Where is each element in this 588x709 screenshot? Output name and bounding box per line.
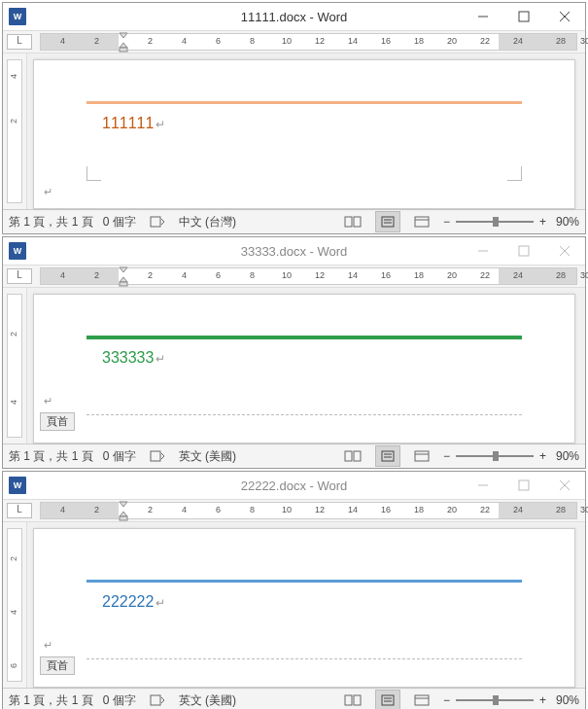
word-count-status[interactable]: 0 個字 — [103, 448, 136, 465]
vruler-tick: 2 — [9, 332, 18, 337]
zoom-out-button[interactable]: − — [443, 215, 450, 229]
ruler-tick: 8 — [250, 505, 255, 514]
horizontal-ruler[interactable]: 4 2 2 4 6 8 10 12 14 16 18 20 22 24 28 3… — [40, 33, 577, 51]
zoom-slider[interactable]: − + — [443, 449, 546, 463]
minimize-button[interactable] — [463, 472, 503, 499]
document-text[interactable]: 222222↵ — [102, 593, 165, 611]
zoom-level[interactable]: 90% — [556, 449, 579, 463]
header-label[interactable]: 頁首 — [40, 412, 75, 431]
svg-rect-16 — [519, 246, 529, 256]
header-label[interactable]: 頁首 — [40, 656, 75, 675]
zoom-track[interactable] — [456, 455, 534, 457]
zoom-thumb[interactable] — [493, 695, 499, 705]
vertical-ruler[interactable]: 2 4 — [3, 288, 27, 443]
word-count-status[interactable]: 0 個字 — [103, 214, 136, 230]
minimize-button[interactable] — [463, 237, 503, 265]
svg-rect-21 — [120, 282, 127, 286]
ruler-tick: 2 — [148, 270, 153, 280]
proofing-icon[interactable] — [146, 212, 169, 231]
ruler-tick: 30 — [580, 36, 588, 46]
zoom-in-button[interactable]: + — [539, 215, 546, 229]
tab-selector[interactable]: L — [7, 503, 32, 518]
vertical-ruler[interactable]: 4 2 — [3, 53, 27, 209]
ruler-tick: 4 — [182, 505, 187, 514]
ruler-tick: 2 — [148, 36, 153, 46]
language-status[interactable]: 英文 (美國) — [179, 448, 236, 465]
web-layout-button[interactable] — [410, 446, 433, 466]
vruler-tick: 4 — [9, 610, 18, 615]
document-text[interactable]: 111111↵ — [102, 115, 165, 132]
ruler-tick: 14 — [348, 36, 358, 46]
word-count-status[interactable]: 0 個字 — [103, 692, 136, 709]
zoom-track[interactable] — [456, 699, 534, 701]
margin-corner-right — [507, 166, 522, 181]
maximize-button[interactable] — [503, 237, 544, 265]
zoom-in-button[interactable]: + — [539, 449, 546, 463]
web-layout-button[interactable] — [410, 691, 433, 709]
zoom-in-button[interactable]: + — [539, 693, 546, 707]
svg-rect-23 — [345, 451, 352, 461]
proofing-icon[interactable] — [146, 446, 169, 466]
zoom-thumb[interactable] — [493, 451, 499, 461]
titlebar[interactable]: W 11111.docx - Word — [3, 3, 585, 31]
horizontal-ruler[interactable]: 4 2 2 4 6 8 10 12 14 16 18 20 22 24 28 3… — [40, 267, 577, 285]
indent-marker-icon[interactable] — [117, 32, 130, 53]
svg-rect-6 — [120, 48, 127, 52]
document-text[interactable]: 333333↵ — [102, 349, 165, 367]
maximize-button[interactable] — [503, 3, 544, 30]
maximize-button[interactable] — [503, 472, 544, 499]
vertical-ruler[interactable]: 2 4 6 — [3, 522, 27, 688]
document-page[interactable]: 111111↵ ↵ — [33, 59, 575, 209]
zoom-level[interactable]: 90% — [556, 693, 579, 707]
close-button[interactable] — [544, 472, 585, 499]
titlebar[interactable]: W 22222.docx - Word — [3, 472, 585, 500]
close-button[interactable] — [544, 237, 585, 265]
read-mode-button[interactable] — [340, 446, 365, 466]
zoom-slider[interactable]: − + — [443, 215, 546, 229]
zoom-level[interactable]: 90% — [556, 215, 579, 229]
web-layout-button[interactable] — [410, 212, 433, 231]
svg-rect-39 — [354, 695, 361, 705]
minimize-button[interactable] — [463, 3, 503, 30]
language-status[interactable]: 英文 (美國) — [179, 692, 236, 709]
titlebar[interactable]: W 33333.docx - Word — [3, 237, 585, 266]
horizontal-ruler-row: L 4 2 2 4 6 8 10 12 14 16 18 20 22 24 28… — [3, 266, 585, 288]
document-page[interactable]: 333333↵ 頁首 ↵ — [33, 294, 575, 443]
zoom-out-button[interactable]: − — [443, 693, 450, 707]
ruler-tick: 2 — [148, 505, 153, 514]
proofing-icon[interactable] — [146, 691, 169, 709]
vruler-tick: 4 — [9, 400, 18, 405]
zoom-thumb[interactable] — [493, 217, 499, 227]
page-number-status[interactable]: 第 1 頁，共 1 頁 — [9, 448, 93, 465]
indent-marker-icon[interactable] — [117, 501, 130, 522]
document-page[interactable]: 222222↵ 頁首 ↵ — [33, 528, 575, 688]
svg-rect-40 — [382, 695, 394, 705]
print-layout-button[interactable] — [375, 445, 400, 467]
tab-selector[interactable]: L — [7, 268, 32, 284]
read-mode-button[interactable] — [340, 212, 365, 231]
page-number-status[interactable]: 第 1 頁，共 1 頁 — [9, 692, 93, 709]
close-button[interactable] — [544, 3, 585, 30]
tab-selector[interactable]: L — [7, 34, 32, 50]
zoom-track[interactable] — [456, 221, 534, 223]
print-layout-button[interactable] — [375, 690, 400, 709]
zoom-slider[interactable]: − + — [443, 693, 546, 707]
ruler-tick: 4 — [182, 36, 187, 46]
zoom-out-button[interactable]: − — [443, 449, 450, 463]
language-status[interactable]: 中文 (台灣) — [179, 214, 236, 230]
horizontal-ruler[interactable]: 4 2 2 4 6 8 10 12 14 16 18 20 22 24 28 3… — [40, 502, 577, 519]
paragraph-mark-icon: ↵ — [44, 186, 52, 198]
paragraph-mark-icon: ↵ — [156, 596, 165, 610]
indent-marker-icon[interactable] — [117, 266, 130, 288]
ruler-tick: 2 — [94, 505, 99, 514]
ruler-tick: 28 — [556, 505, 566, 514]
print-layout-button[interactable] — [375, 211, 400, 232]
svg-rect-24 — [354, 451, 361, 461]
ruler-tick: 14 — [348, 270, 358, 280]
ruler-tick: 24 — [513, 505, 523, 514]
ruler-tick: 20 — [447, 505, 457, 514]
window-controls — [463, 237, 585, 265]
read-mode-button[interactable] — [340, 691, 365, 709]
ruler-tick: 24 — [513, 270, 523, 280]
page-number-status[interactable]: 第 1 頁，共 1 頁 — [9, 214, 93, 230]
